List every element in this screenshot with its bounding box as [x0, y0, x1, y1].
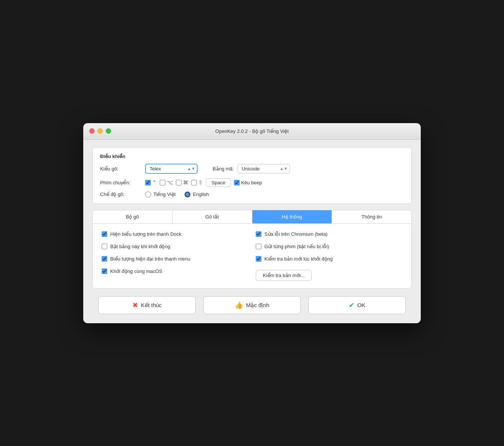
bang-ma-label: Bảng mã:	[213, 166, 234, 172]
tab-content-he-thong: Hiện biểu tượng trên thanh Dock Bật bảng…	[93, 224, 411, 288]
options-left: Hiện biểu tượng trên thanh Dock Bật bảng…	[102, 231, 248, 281]
option-kiem-tra-ban-moi[interactable]: Kiểm tra bản mới lúc khởi động	[256, 256, 402, 262]
options-right: Sửa lỗi trên Chromium (beta) Gửi từng ph…	[256, 231, 402, 281]
mac-dinh-icon: 👍	[235, 301, 243, 309]
ok-icon: ✔	[349, 301, 354, 309]
checkbox-gui-tung-phim[interactable]	[256, 244, 261, 249]
keu-beep-checkbox[interactable]	[234, 180, 240, 185]
radio-english-item[interactable]: English	[184, 191, 209, 197]
checkbox-kiem-tra-ban-moi[interactable]	[256, 256, 261, 262]
kieu-go-select[interactable]: Telex VNI VIQR	[145, 164, 198, 174]
traffic-lights	[89, 128, 111, 134]
alt-symbol: ⌥	[167, 179, 173, 185]
control-section: Điều khiển Kiểu gõ: Telex VNI VIQR ▲▼ Bả…	[92, 147, 412, 204]
phim-chuyen-row: Phím chuyển: ⌃ ⌥ ⌘	[100, 178, 404, 187]
phim-alt-checkbox[interactable]	[160, 180, 165, 185]
ok-button[interactable]: ✔ OK	[308, 296, 406, 314]
option-gui-tung-phim[interactable]: Gửi từng phím (bật nếu bị lỗi)	[256, 244, 402, 249]
shift-symbol: ⇧	[198, 179, 203, 185]
minimize-button[interactable]	[98, 128, 103, 134]
english-label: English	[193, 191, 209, 197]
checkbox-hien-bieu-tuong[interactable]	[102, 231, 107, 237]
kieu-go-label: Kiểu gõ:	[100, 166, 145, 172]
main-content: Điều khiển Kiểu gõ: Telex VNI VIQR ▲▼ Bả…	[83, 140, 421, 323]
che-do-go-row: Chế độ gõ: Tiếng Việt English	[100, 191, 404, 197]
mac-dinh-button[interactable]: 👍 Mặc định	[203, 296, 301, 314]
tab-go-tat[interactable]: Gõ tắt	[172, 210, 252, 223]
close-button[interactable]	[89, 128, 94, 134]
label-hien-bieu-tuong: Hiện biểu tượng trên thanh Dock	[110, 231, 182, 237]
maximize-button[interactable]	[106, 128, 111, 134]
checkbox-bieu-tuong-hien-dai[interactable]	[102, 256, 107, 262]
label-gui-tung-phim: Gửi từng phím (bật nếu bị lỗi)	[264, 244, 329, 249]
phim-alt-item[interactable]: ⌥	[160, 179, 173, 185]
label-bat-bang-nay: Bật bảng này khi khởi động	[110, 244, 170, 249]
phim-chuyen-label: Phím chuyển:	[100, 180, 145, 185]
label-bieu-tuong-hien-dai: Biểu tượng hiện đại trên thanh menu	[110, 256, 190, 262]
option-sua-loi-chromium[interactable]: Sửa lỗi trên Chromium (beta)	[256, 231, 402, 237]
titlebar: OpenKey 2.0.2 - Bộ gõ Tiếng Việt	[83, 123, 421, 140]
label-kiem-tra-ban-moi: Kiểm tra bản mới lúc khởi động	[264, 256, 333, 262]
tieng-viet-label: Tiếng Việt	[153, 191, 176, 197]
option-bieu-tuong-hien-dai[interactable]: Biểu tượng hiện đại trên thanh menu	[102, 256, 248, 262]
kieu-go-row: Kiểu gõ: Telex VNI VIQR ▲▼ Bảng mã: Unic…	[100, 164, 404, 174]
section-title: Điều khiển	[100, 154, 404, 159]
checkbox-sua-loi-chromium[interactable]	[256, 231, 261, 237]
che-do-go-label: Chế độ gõ:	[100, 191, 145, 197]
option-bat-bang-nay[interactable]: Bật bảng này khi khởi động	[102, 244, 248, 249]
bang-ma-select[interactable]: Unicode TCVN3 VNI	[237, 164, 290, 173]
tabs-header: Bộ gõ Gõ tắt Hệ thống Thông tin	[93, 210, 411, 224]
options-grid: Hiện biểu tượng trên thanh Dock Bật bảng…	[102, 231, 402, 281]
ok-label: OK	[357, 302, 366, 308]
phim-chuyen-options: ⌃ ⌥ ⌘ ⇧ Space	[145, 178, 404, 187]
option-hien-bieu-tuong[interactable]: Hiện biểu tượng trên thanh Dock	[102, 231, 248, 237]
checkbox-bat-bang-nay[interactable]	[102, 244, 107, 249]
ket-thuc-icon: ✖	[132, 301, 138, 309]
radio-tieng-viet-item[interactable]: Tiếng Việt	[145, 191, 176, 197]
mac-dinh-label: Mặc định	[246, 302, 269, 309]
phim-shift-checkbox[interactable]	[191, 180, 197, 185]
phim-shift-item[interactable]: ⇧	[191, 179, 203, 185]
option-khoi-dong-cung[interactable]: Khởi động cùng macOS	[102, 268, 248, 274]
che-do-go-options: Tiếng Việt English	[145, 191, 404, 197]
radio-english[interactable]	[184, 191, 190, 197]
ctrl-symbol: ⌃	[152, 179, 157, 185]
tabs-section: Bộ gõ Gõ tắt Hệ thống Thông tin Hiện biể…	[92, 210, 412, 289]
tab-thong-tin[interactable]: Thông tin	[332, 210, 411, 223]
phim-ctrl-item[interactable]: ⌃	[145, 179, 157, 185]
tab-bo-go[interactable]: Bộ gõ	[93, 210, 172, 223]
main-window: OpenKey 2.0.2 - Bộ gõ Tiếng Việt Điều kh…	[83, 123, 421, 323]
label-khoi-dong-cung: Khởi động cùng macOS	[110, 268, 162, 274]
keu-beep-label: Kêu beep	[241, 180, 262, 185]
tab-he-thong[interactable]: Hệ thống	[252, 210, 332, 223]
space-button[interactable]: Space	[206, 178, 231, 187]
phim-cmd-item[interactable]: ⌘	[176, 179, 188, 185]
phim-ctrl-checkbox[interactable]	[145, 180, 151, 185]
kiem-tra-button[interactable]: Kiểm tra bản mới...	[256, 270, 312, 281]
bottom-buttons: ✖ Kết thúc 👍 Mặc định ✔ OK	[92, 296, 412, 314]
label-sua-loi-chromium: Sửa lỗi trên Chromium (beta)	[264, 231, 327, 237]
bang-ma-select-wrapper: Unicode TCVN3 VNI ▲▼	[237, 164, 290, 173]
cmd-symbol: ⌘	[183, 179, 188, 185]
phim-cmd-checkbox[interactable]	[176, 180, 182, 185]
ket-thuc-button[interactable]: ✖ Kết thúc	[98, 296, 196, 314]
window-title: OpenKey 2.0.2 - Bộ gõ Tiếng Việt	[215, 128, 289, 134]
keu-beep-item[interactable]: Kêu beep	[234, 180, 262, 185]
kiem-tra-btn-wrapper: Kiểm tra bản mới...	[256, 268, 402, 281]
checkbox-khoi-dong-cung[interactable]	[102, 268, 107, 274]
kieu-go-select-wrapper: Telex VNI VIQR ▲▼	[145, 164, 198, 174]
radio-tieng-viet[interactable]	[145, 191, 151, 197]
ket-thuc-label: Kết thúc	[141, 302, 162, 309]
